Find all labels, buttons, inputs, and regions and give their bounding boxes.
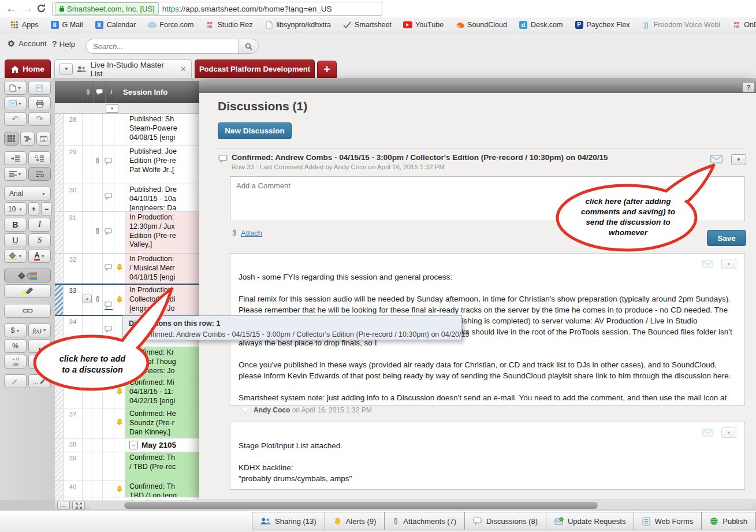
url-bar[interactable]: Smartsheet.com, Inc. [US] https://app.sm… bbox=[52, 2, 382, 16]
fill-color-button[interactable]: ▼ bbox=[4, 249, 27, 263]
italic-button[interactable]: I bbox=[28, 218, 51, 232]
grid-row-40[interactable]: 40 Confirmed: Th TBD () on [eng bbox=[55, 481, 199, 497]
link-button[interactable] bbox=[4, 304, 51, 318]
group-row-cell[interactable]: − May 2105 bbox=[125, 438, 199, 452]
increase-decimals-button[interactable]: .00 →0 bbox=[28, 355, 51, 369]
row-attachment-icon[interactable] bbox=[92, 285, 103, 315]
corner-header-cell[interactable] bbox=[55, 81, 83, 103]
conditional-formatting-button[interactable]: ? bbox=[4, 269, 51, 282]
save-button[interactable] bbox=[28, 81, 51, 95]
tab-live-in-studio-master-list[interactable]: ▼ Live In-Studio Master List ✕ bbox=[54, 59, 192, 78]
grid-row-39[interactable]: 39 Confirmed: Th / TBD (Pre-rec bbox=[55, 452, 199, 481]
grid-row-35[interactable]: 35 Confirmed: Kr Train of Thoug [enginee… bbox=[55, 347, 199, 377]
bookmark-youtube[interactable]: YouTube bbox=[398, 18, 449, 31]
bookmark-studio-rez[interactable]: KDHX Studio Rez bbox=[200, 18, 258, 31]
font-size-decrease-button[interactable]: − bbox=[41, 202, 52, 216]
info-column-header[interactable]: i bbox=[106, 81, 117, 103]
panel-title-bar[interactable]: ? bbox=[199, 81, 756, 93]
send-email-button[interactable]: ▼ bbox=[4, 96, 27, 110]
bookmark-ondemand[interactable]: KDHX OnDemand bbox=[727, 18, 756, 31]
text-color-button[interactable]: A▼ bbox=[28, 249, 51, 263]
highlight-button[interactable] bbox=[4, 284, 51, 298]
row-drag-handle[interactable] bbox=[55, 377, 64, 408]
comment-mail-icon[interactable] bbox=[702, 429, 713, 437]
search-button[interactable] bbox=[238, 39, 258, 53]
alerts-button[interactable]: Alerts (9) bbox=[325, 512, 385, 530]
bookmark-forcecom[interactable]: Force.com bbox=[142, 18, 199, 31]
grid-row-38-group[interactable]: 38 − May 2105 bbox=[55, 438, 199, 452]
format-painter-button[interactable] bbox=[4, 374, 27, 388]
row-discussion-icon[interactable] bbox=[103, 254, 114, 283]
row-discussion-icon[interactable] bbox=[103, 146, 114, 184]
tab-home[interactable]: Home bbox=[5, 59, 51, 78]
session-info-cell[interactable]: Published: Dre 04/10/15 - 10a [engineers… bbox=[125, 184, 199, 211]
row-drag-handle[interactable] bbox=[55, 438, 64, 452]
percent-format-button[interactable]: % bbox=[4, 339, 27, 353]
grid-row-32[interactable]: 32 In Production: / Musical Merr 04/18/1… bbox=[55, 254, 199, 284]
browser-forward-button[interactable]: → bbox=[22, 0, 33, 17]
add-comment-textarea[interactable] bbox=[230, 176, 745, 221]
session-info-cell[interactable]: Confirmed: Th TBD () on [eng bbox=[125, 481, 199, 497]
sharing-button[interactable]: Sharing (13) bbox=[252, 512, 325, 530]
bookmark-freedomvoice[interactable]: )) Freedom Voice Webl bbox=[636, 18, 726, 31]
row-drag-handle[interactable] bbox=[55, 408, 64, 438]
tab-close-icon[interactable]: ✕ bbox=[180, 65, 187, 73]
session-info-cell[interactable]: Confirmed: Kr Train of Thoug [engineers:… bbox=[125, 347, 199, 377]
update-requests-button[interactable]: Update Requests bbox=[546, 512, 634, 530]
save-button[interactable]: Save bbox=[707, 230, 746, 246]
browser-back-button[interactable]: ← bbox=[6, 0, 17, 17]
calendar-view-button[interactable]: 31 bbox=[36, 132, 51, 146]
add-tab-button[interactable]: + bbox=[317, 61, 337, 78]
row-discussion-icon[interactable] bbox=[103, 184, 114, 211]
grid-row-36[interactable]: 36 Confirmed: Mi 04/18/15 - 11: 04/22/15… bbox=[55, 377, 199, 408]
discussion-column-header[interactable] bbox=[94, 81, 106, 103]
attachment-column-header[interactable] bbox=[83, 81, 94, 103]
row-drag-handle[interactable] bbox=[55, 285, 64, 315]
bookmark-libsynpro[interactable]: libsynpro/kdhxtra bbox=[259, 18, 337, 31]
grid-view-button[interactable] bbox=[4, 132, 18, 146]
strikethrough-button[interactable]: S bbox=[28, 233, 51, 247]
expand-view-button[interactable] bbox=[72, 501, 85, 510]
row-drag-handle[interactable] bbox=[55, 347, 64, 377]
session-info-cell[interactable]: In Production: Collector's Edi [engineer… bbox=[125, 285, 199, 315]
new-discussion-button[interactable]: New Discussion bbox=[218, 122, 292, 139]
attachments-button[interactable]: Attachments (7) bbox=[384, 512, 464, 530]
row-alert-icon[interactable] bbox=[114, 254, 125, 283]
row-drag-handle[interactable] bbox=[55, 254, 64, 283]
decrease-decimals-button[interactable]: ←0 .00 bbox=[4, 355, 27, 369]
font-size-increase-button[interactable]: + bbox=[28, 202, 39, 216]
new-item-button[interactable]: ▼ bbox=[4, 81, 27, 95]
row-drag-handle[interactable] bbox=[55, 316, 64, 347]
underline-button[interactable]: U bbox=[4, 233, 27, 247]
grid-row-28[interactable]: 28 Published: Sh Steam-Powere 04/08/15 [… bbox=[55, 114, 199, 146]
publish-button[interactable]: Publish bbox=[701, 512, 756, 530]
gantt-view-button[interactable] bbox=[20, 132, 35, 146]
discussion-filter-dropdown[interactable]: ▼ bbox=[106, 104, 118, 113]
row-alert-icon[interactable] bbox=[114, 285, 125, 315]
panel-help-button[interactable]: ? bbox=[742, 82, 755, 92]
discussions-button[interactable]: Discussions (8) bbox=[464, 512, 546, 530]
row-drag-handle[interactable] bbox=[55, 146, 64, 184]
redo-button[interactable]: ↷ bbox=[28, 112, 51, 126]
row-alert-icon[interactable] bbox=[114, 481, 125, 497]
horizontal-scrollbar-thumb[interactable] bbox=[124, 502, 598, 509]
undo-button[interactable]: ↶ bbox=[4, 112, 27, 126]
send-discussion-email-button[interactable] bbox=[710, 155, 723, 163]
row-menu-dropdown[interactable]: ▼ bbox=[83, 285, 92, 315]
collapse-group-icon[interactable]: − bbox=[129, 441, 138, 449]
session-info-cell[interactable]: Confirmed: Th / TBD (Pre-rec bbox=[125, 452, 199, 481]
attach-control[interactable]: Attach bbox=[231, 229, 262, 237]
thousands-separator-button[interactable]: , bbox=[28, 339, 51, 353]
grid-row-31[interactable]: 31 In Production: 12:30pm / Jux Edition … bbox=[55, 212, 199, 254]
comment-options-dropdown[interactable]: ▼ bbox=[721, 427, 736, 438]
row-discussion-icon[interactable] bbox=[103, 212, 114, 253]
thread-options-dropdown[interactable]: ▼ bbox=[731, 154, 746, 165]
indent-button[interactable] bbox=[4, 151, 27, 165]
bookmark-deskcom[interactable]: d Desk.com bbox=[513, 18, 568, 31]
row-discussion-icon[interactable] bbox=[103, 316, 114, 347]
grid-row-29[interactable]: 29 Published: Joe Edition (Pre-re Pat Wo… bbox=[55, 146, 199, 184]
thread-header[interactable]: Confirmed: Andrew Combs - 04/15/15 - 3:0… bbox=[232, 153, 694, 170]
session-info-column-header[interactable]: Session Info bbox=[117, 81, 199, 103]
wrap-text-button[interactable] bbox=[28, 167, 51, 181]
attach-link[interactable]: Attach bbox=[241, 229, 262, 237]
